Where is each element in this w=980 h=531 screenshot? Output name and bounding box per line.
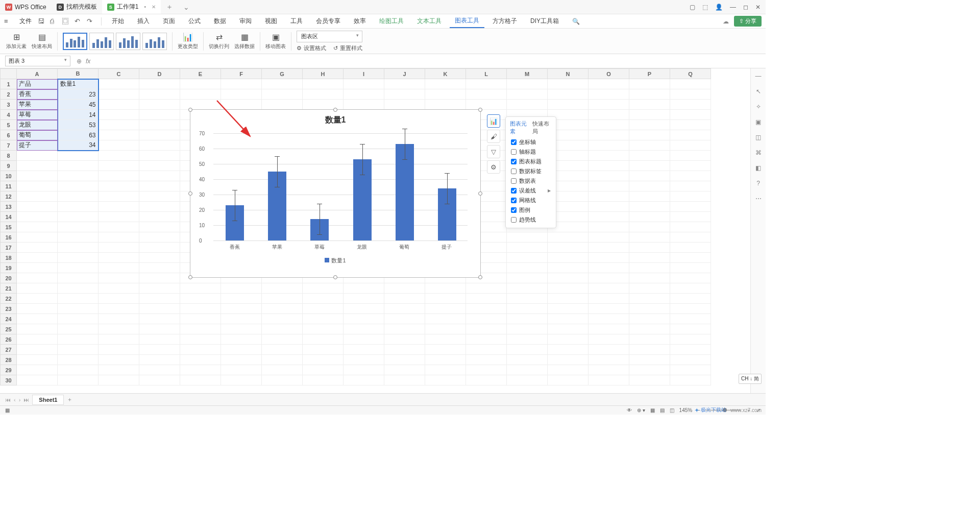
cell[interactable] [139,120,180,130]
cell[interactable] [507,243,548,253]
cell[interactable] [221,314,262,324]
cell[interactable] [425,334,466,345]
cell[interactable] [99,212,139,222]
cell[interactable] [99,110,139,120]
cell[interactable] [670,273,711,283]
cell[interactable] [58,151,99,161]
sheet-prev-icon[interactable]: ‹ [14,397,16,403]
cell[interactable] [17,212,58,222]
cell[interactable] [139,283,180,294]
cell[interactable] [589,161,629,171]
cell[interactable] [17,161,58,171]
cell[interactable] [548,283,589,294]
cell[interactable] [384,355,425,365]
cell[interactable] [180,294,221,304]
popup-tab-layout[interactable]: 快速布局 [532,120,552,135]
cell[interactable] [589,283,629,294]
avatar-icon[interactable]: 👤 [715,4,723,11]
cell[interactable] [548,365,589,375]
cell[interactable] [629,79,670,89]
cell[interactable] [425,355,466,365]
cell[interactable] [139,100,180,110]
cell[interactable] [670,243,711,253]
cell[interactable] [670,79,711,89]
cell[interactable] [670,151,711,161]
cell[interactable] [221,345,262,355]
cell[interactable] [58,355,99,365]
cell[interactable]: 53 [58,120,99,130]
cell[interactable] [344,283,384,294]
cell[interactable] [589,181,629,191]
cell[interactable] [17,243,58,253]
cell[interactable] [17,345,58,355]
cell[interactable] [548,100,589,110]
cell[interactable] [589,232,629,243]
row-header[interactable]: 24 [1,314,17,324]
zoom-fit-icon[interactable]: ⊕ [77,58,82,65]
cell[interactable] [589,202,629,212]
cell[interactable] [99,151,139,161]
cell[interactable] [139,212,180,222]
cell[interactable] [17,171,58,181]
cell[interactable] [589,212,629,222]
cell[interactable] [384,89,425,100]
cell[interactable] [58,222,99,232]
cell[interactable] [670,202,711,212]
resize-handle[interactable] [188,191,192,196]
col-header[interactable]: H [303,69,344,79]
menu-file[interactable]: 文件 [16,17,35,26]
cell[interactable] [384,375,425,385]
cell[interactable] [629,161,670,171]
cell[interactable] [548,89,589,100]
print-icon[interactable]: ⎙ [50,17,59,25]
menu-fangfang[interactable]: 方方格子 [487,14,522,28]
cell[interactable] [99,161,139,171]
minimize-icon[interactable]: — [730,4,736,11]
chart-style-3[interactable] [116,33,140,50]
cell[interactable] [17,365,58,375]
cell[interactable] [262,375,303,385]
close-icon[interactable]: ✕ [152,4,156,10]
row-header[interactable]: 2 [1,89,17,100]
cell[interactable] [589,120,629,130]
menu-insert[interactable]: 插入 [132,14,155,28]
chart-area-dropdown[interactable]: 图表区 [297,31,362,42]
cell[interactable] [139,334,180,345]
cell[interactable] [629,263,670,273]
cell[interactable] [507,273,548,283]
cell[interactable] [548,324,589,334]
checkbox[interactable] [511,139,517,145]
resize-handle[interactable] [478,275,482,279]
cell[interactable] [629,243,670,253]
cell[interactable] [548,232,589,243]
row-header[interactable]: 3 [1,100,17,110]
cell[interactable] [589,151,629,161]
cell[interactable] [670,304,711,314]
cell[interactable] [466,345,507,355]
arrow-pointer-icon[interactable]: ↖ [756,88,761,95]
cell[interactable] [99,181,139,191]
cell[interactable] [99,345,139,355]
cell[interactable] [17,232,58,243]
cell[interactable] [303,355,344,365]
cell[interactable] [58,365,99,375]
cell[interactable] [180,324,221,334]
cell[interactable]: 香蕉 [17,89,58,100]
cell[interactable] [629,151,670,161]
cell[interactable] [589,130,629,140]
cell[interactable] [629,130,670,140]
cell[interactable]: 葡萄 [17,130,58,140]
cell[interactable] [344,314,384,324]
cell[interactable] [180,345,221,355]
cell[interactable] [548,304,589,314]
cell[interactable] [507,334,548,345]
col-header[interactable]: Q [670,69,711,79]
cell[interactable] [262,334,303,345]
cell[interactable] [548,345,589,355]
cell[interactable] [180,283,221,294]
cell[interactable] [507,365,548,375]
cell[interactable] [466,89,507,100]
row-header[interactable]: 12 [1,191,17,202]
row-header[interactable]: 1 [1,79,17,89]
row-header[interactable]: 29 [1,365,17,375]
